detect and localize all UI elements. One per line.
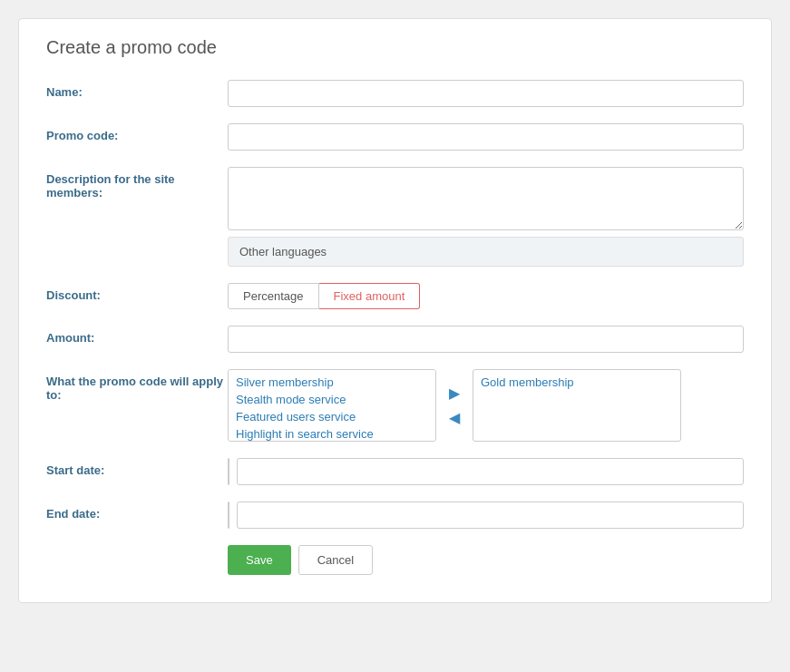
page-title: Create a promo code xyxy=(46,37,744,58)
amount-field-wrap xyxy=(228,326,744,353)
calendar-icon: 📅 xyxy=(229,459,229,484)
apply-to-label: What the promo code will apply to: xyxy=(46,369,228,402)
list-item[interactable]: Highlight in search service xyxy=(232,425,432,442)
save-button[interactable]: Save xyxy=(228,545,291,575)
create-promo-form: Create a promo code Name: Promo code: De… xyxy=(18,18,772,603)
transfer-right-button[interactable]: ▶ xyxy=(445,383,463,404)
fixed-amount-button[interactable]: Fixed amount xyxy=(319,283,421,309)
end-date-label: End date: xyxy=(46,502,228,521)
description-textarea[interactable] xyxy=(228,167,744,230)
cancel-button[interactable]: Cancel xyxy=(298,545,373,575)
list-item[interactable]: Silver membership xyxy=(232,374,432,391)
name-label: Name: xyxy=(46,80,228,99)
name-row: Name: xyxy=(46,80,744,107)
discount-button-group: Percentage Fixed amount xyxy=(228,283,744,309)
discount-label: Discount: xyxy=(46,283,228,302)
start-date-row-inputs: 📅 05 April 2017 10:00 am xyxy=(228,458,744,485)
promo-code-label: Promo code: xyxy=(46,123,228,142)
list-item[interactable]: Stealth mode service xyxy=(232,391,432,408)
start-date-input-wrap[interactable]: 📅 05 April 2017 xyxy=(228,458,229,485)
start-date-field-wrap: 📅 05 April 2017 10:00 am xyxy=(228,458,744,485)
end-time-input[interactable]: 8:00 pm xyxy=(237,502,744,529)
discount-row: Discount: Percentage Fixed amount xyxy=(46,283,744,309)
description-label: Description for the site members: xyxy=(46,167,228,200)
other-languages-button[interactable]: Other languages xyxy=(228,237,744,267)
apply-to-row: What the promo code will apply to: Silve… xyxy=(46,369,744,442)
transfer-left-button[interactable]: ◀ xyxy=(445,407,463,428)
name-field-wrap xyxy=(228,80,744,107)
right-list-box[interactable]: Gold membership xyxy=(473,369,681,442)
start-time-input[interactable]: 10:00 am xyxy=(237,458,744,485)
promo-code-field-wrap xyxy=(228,123,744,151)
promo-code-input[interactable] xyxy=(228,123,744,151)
left-list-box[interactable]: Silver membership Stealth mode service F… xyxy=(228,369,436,442)
description-row: Description for the site members: Other … xyxy=(46,167,744,267)
apply-to-field-wrap: Silver membership Stealth mode service F… xyxy=(228,369,744,442)
end-date-row: End date: 📅 07 April 2017 8:00 pm xyxy=(46,502,744,529)
percentage-button[interactable]: Percentage xyxy=(228,283,319,309)
end-date-input-wrap[interactable]: 📅 07 April 2017 xyxy=(228,502,229,529)
end-date-row-inputs: 📅 07 April 2017 8:00 pm xyxy=(228,502,744,529)
calendar-icon: 📅 xyxy=(229,502,229,528)
amount-input[interactable] xyxy=(228,326,744,353)
list-item[interactable]: Featured users service xyxy=(232,408,432,425)
start-date-row: Start date: 📅 05 April 2017 10:00 am xyxy=(46,458,744,485)
start-date-label: Start date: xyxy=(46,458,228,477)
name-input[interactable] xyxy=(228,80,744,107)
description-field-wrap: Other languages xyxy=(228,167,744,267)
promo-code-row: Promo code: xyxy=(46,123,744,151)
amount-label: Amount: xyxy=(46,326,228,345)
list-item[interactable]: Gold membership xyxy=(477,374,677,391)
discount-buttons-wrap: Percentage Fixed amount xyxy=(228,283,744,309)
apply-to-transfer: Silver membership Stealth mode service F… xyxy=(228,369,744,442)
amount-row: Amount: xyxy=(46,326,744,353)
form-action-buttons: Save Cancel xyxy=(228,545,744,575)
transfer-buttons: ▶ ◀ xyxy=(436,369,473,442)
end-date-field-wrap: 📅 07 April 2017 8:00 pm xyxy=(228,502,744,529)
